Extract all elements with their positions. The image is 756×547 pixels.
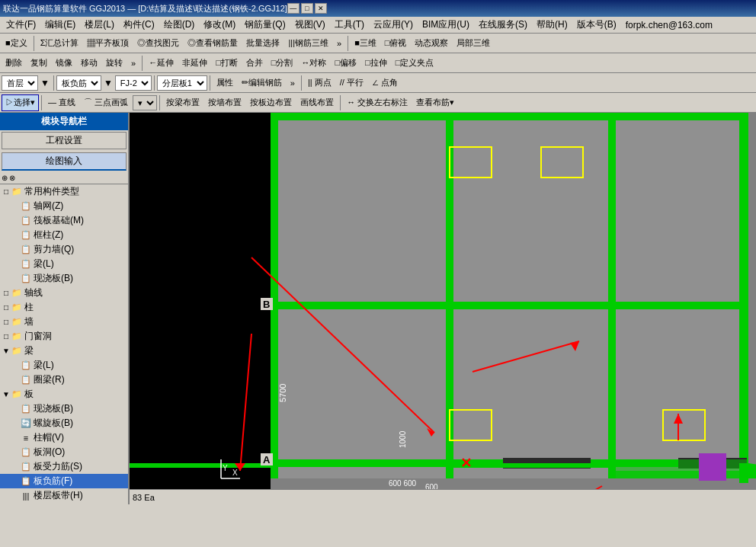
btn-arc[interactable]: ⌒ 三点画弧 [80, 94, 132, 111]
sidebar-header: 模块导航栏 [0, 113, 128, 130]
btn-define[interactable]: ■定义 [2, 35, 31, 52]
btn-flush[interactable]: ▦平齐板顶 [83, 35, 133, 52]
arc-select[interactable]: ▾ [133, 95, 157, 110]
tree-item-slab-hole[interactable]: 📋 板洞(O) [0, 445, 128, 459]
location-select[interactable]: 板负筋 [56, 75, 101, 91]
menu-view[interactable]: 视图(V) [290, 17, 330, 33]
btn-draw-line[interactable]: 画线布置 [296, 94, 338, 111]
btn-3d[interactable]: ■三维 [351, 35, 380, 52]
menu-help[interactable]: 帮助(H) [532, 17, 572, 33]
tree-item-common[interactable]: □ 📁 常用构件类型 [0, 184, 128, 199]
tree-item-col[interactable]: □ 📁 柱 [0, 300, 128, 315]
menu-file[interactable]: 文件(F) [2, 17, 40, 33]
btn-select[interactable]: ▷选择▾ [2, 94, 39, 111]
tree-item-slab[interactable]: 📋 现浇板(B) [0, 271, 128, 286]
canvas-area[interactable]: 5700 600 600 1000 600 B A ✕ Y [130, 113, 756, 504]
sep2 [348, 36, 348, 51]
tree-item-slab-group[interactable]: ▼ 📁 板 [0, 387, 128, 401]
tree-item-beam-l[interactable]: 📋 梁(L) [0, 358, 128, 373]
btn-more1[interactable]: » [333, 35, 345, 52]
btn-swap-mark[interactable]: ↔ 交换左右标注 [343, 94, 412, 111]
tree-label: 楼层板带(H) [34, 489, 83, 502]
btn-offset[interactable]: □偏移 [331, 55, 360, 72]
btn-mirror[interactable]: 镜像 [52, 55, 76, 72]
menu-modify[interactable]: 修改(M) [199, 17, 240, 33]
btn-extend[interactable]: ←延伸 [145, 55, 178, 72]
tree-item-shear-wall[interactable]: 📋 剪力墙(Q) [0, 242, 128, 257]
tree-item-raft[interactable]: 📋 筏板基础(M) [0, 213, 128, 228]
menu-draw[interactable]: 绘图(D) [159, 17, 200, 33]
tree-item-neg-rebar[interactable]: 📋 板负筋(F) [0, 474, 128, 488]
tree-item-opening[interactable]: □ 📁 门窗洞 [0, 329, 128, 344]
menu-rebar[interactable]: 钢筋量(Q) [240, 17, 290, 33]
floor-select[interactable]: 首层 [2, 75, 38, 91]
btn-break[interactable]: □打断 [212, 55, 242, 72]
close-button[interactable]: ✕ [315, 3, 327, 14]
tree-item-cap[interactable]: ≡ 柱帽(V) [0, 430, 128, 445]
maximize-button[interactable]: □ [301, 3, 313, 14]
tree-item-beam[interactable]: 📋 梁(L) [0, 257, 128, 271]
menu-version[interactable]: 版本号(B) [572, 17, 621, 33]
btn-summary[interactable]: Σ汇总计算 [37, 35, 83, 52]
tree-item-column[interactable]: 📋 框柱(Z) [0, 228, 128, 242]
btn-edit-rebar[interactable]: ✏编辑钢筋 [238, 75, 286, 91]
menu-component[interactable]: 构件(C) [119, 17, 159, 33]
btn-by-slab-edge[interactable]: 按板边布置 [246, 94, 296, 111]
tree-item-slab-rebar[interactable]: 📋 板受力筋(S) [0, 459, 128, 474]
tree-item-floor-band[interactable]: ||| 楼层板带(H) [0, 488, 128, 503]
sep3 [142, 56, 143, 71]
green-small-right [739, 302, 748, 309]
menu-tools[interactable]: 工具(T) [330, 17, 369, 33]
btn-no-extend[interactable]: 非延伸 [178, 55, 211, 72]
nav-project-settings[interactable]: 工程设置 [2, 132, 127, 149]
btn-more2[interactable]: » [127, 55, 139, 72]
menu-edit[interactable]: 编辑(E) [40, 17, 80, 33]
btn-property[interactable]: 属性 [213, 75, 237, 91]
btn-grip[interactable]: □定义夹点 [392, 55, 438, 72]
tree-item-wall[interactable]: □ 📁 墙 [0, 315, 128, 329]
btn-move[interactable]: 移动 [77, 55, 101, 72]
menu-cloud[interactable]: 云应用(Y) [369, 17, 418, 33]
type-select[interactable]: FJ-2 [115, 75, 152, 91]
tree-item-spiral-slab[interactable]: 🔄 螺旋板(B) [0, 416, 128, 430]
folder-icon: 📁 [11, 317, 23, 327]
btn-batch-select[interactable]: 批量选择 [242, 35, 284, 52]
btn-view-rebar[interactable]: ◎查看钢筋量 [184, 35, 242, 52]
btn-delete[interactable]: 删除 [2, 55, 26, 72]
btn-dynamic[interactable]: 动态观察 [411, 35, 452, 52]
layer-select[interactable]: 分层板1 [157, 75, 207, 91]
btn-by-beam[interactable]: 按梁布置 [162, 94, 203, 111]
minimize-button[interactable]: — [287, 3, 300, 14]
red-arrow-line-3 [472, 341, 579, 372]
menu-bim[interactable]: BIM应用(U) [418, 17, 474, 33]
btn-by-wall[interactable]: 按墙布置 [204, 94, 245, 111]
btn-stretch[interactable]: □拉伸 [361, 55, 391, 72]
btn-rebar-3d[interactable]: |||钢筋三维 [284, 35, 332, 52]
btn-parallel[interactable]: // 平行 [336, 75, 367, 91]
tree-item-beam-group[interactable]: ▼ 📁 梁 [0, 344, 128, 358]
btn-merge[interactable]: 合并 [242, 55, 267, 72]
tree-item-axis[interactable]: □ 📁 轴线 [0, 286, 128, 300]
btn-more3[interactable]: » [287, 75, 299, 91]
btn-local-3d[interactable]: 局部三维 [453, 35, 494, 52]
tree-item-cast-slab[interactable]: 📋 现浇板(B) [0, 401, 128, 416]
btn-copy[interactable]: 复制 [27, 55, 51, 72]
tree-label: 梁(L) [34, 258, 54, 270]
btn-split[interactable]: □分割 [267, 55, 297, 72]
btn-line[interactable]: — 直线 [44, 94, 79, 111]
btn-top-view[interactable]: □俯视 [381, 35, 411, 52]
tree-label: 板洞(O) [34, 446, 65, 459]
btn-view-rebar2[interactable]: 查看布筋▾ [412, 94, 458, 111]
menu-floor[interactable]: 楼层(L) [80, 17, 119, 33]
btn-symmetric[interactable]: ↔对称 [297, 55, 330, 72]
btn-point-angle[interactable]: ∠ 点角 [368, 75, 402, 91]
menu-user[interactable]: forpk.chen@163.com [621, 18, 717, 32]
btn-two-point[interactable]: || 两点 [304, 75, 335, 91]
menu-online[interactable]: 在线服务(S) [474, 17, 532, 33]
nav-draw-input[interactable]: 绘图输入 [2, 152, 127, 171]
tree-item-ring-beam[interactable]: 📋 圈梁(R) [0, 373, 128, 387]
tree-item-grid[interactable]: 📋 轴网(Z) [0, 199, 128, 213]
btn-find[interactable]: ◎查找图元 [133, 35, 183, 52]
btn-rotate[interactable]: 旋转 [102, 55, 127, 72]
tree-item-hollow[interactable]: □ 📁 空心楼盖 [0, 503, 128, 504]
